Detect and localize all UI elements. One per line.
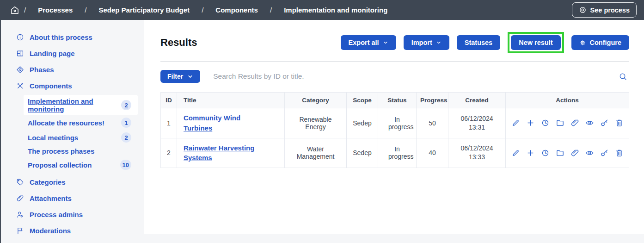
result-title-link[interactable]: Community Wind Turbines	[184, 114, 240, 132]
column-header-scope: Scope	[347, 93, 378, 108]
sidebar-item-components[interactable]: Components	[1, 78, 144, 94]
count-badge: 1	[121, 118, 131, 128]
cell-actions	[506, 138, 629, 168]
permissions-key-icon	[600, 149, 609, 157]
layout-grid-icon	[16, 50, 24, 57]
attachment-icon	[570, 118, 579, 127]
edit-button[interactable]	[511, 118, 520, 127]
see-process-button[interactable]: See process	[572, 2, 637, 18]
breadcrumb: / Processes / Sedep Participatory Budget…	[10, 6, 399, 15]
column-header-category: Category	[285, 93, 347, 108]
sidebar-item-phases[interactable]: Phases	[1, 62, 144, 78]
cell-scope: Sedep	[347, 108, 378, 138]
preview-button[interactable]	[585, 149, 594, 157]
breadcrumb-item-current-component[interactable]: Implementation and monitoring	[272, 6, 399, 14]
table-header-row: ID Title Category Scope Status Progress …	[161, 93, 629, 108]
import-button[interactable]: Import	[404, 35, 449, 50]
components-sub-list: Implementation and monitoring 2 Allocate…	[1, 94, 144, 174]
sidebar-item-process-admins[interactable]: Process admins	[1, 206, 144, 223]
sidebar-item-categories[interactable]: Categories	[1, 174, 144, 190]
filter-button[interactable]: Filter	[160, 70, 200, 83]
breadcrumb-item-process-name[interactable]: Sedep Participatory Budget	[86, 6, 202, 14]
edit-button[interactable]	[511, 149, 520, 157]
permissions-button[interactable]	[600, 118, 609, 127]
count-badge: 10	[120, 160, 131, 170]
main-content: Results Export all Import	[144, 20, 644, 234]
delete-trash-icon	[615, 118, 624, 127]
folder-button[interactable]	[556, 149, 564, 157]
folder-button[interactable]	[556, 118, 564, 127]
cell-scope: Sedep	[347, 138, 378, 168]
page-title: Results	[160, 37, 197, 49]
add-icon	[526, 118, 535, 127]
eye-target-icon	[579, 6, 587, 14]
history-icon	[541, 149, 550, 157]
delete-button[interactable]	[615, 118, 624, 127]
sidebar-subitem-proposal-collection[interactable]: Proposal collection 10	[24, 157, 138, 172]
sidebar: About this process Landing page	[1, 20, 144, 234]
column-header-actions: Actions	[506, 93, 629, 108]
home-icon	[10, 6, 19, 15]
info-icon	[16, 33, 24, 41]
sidebar-subitem-the-process-phases[interactable]: The process phases	[24, 145, 138, 157]
configure-button[interactable]: Configure	[571, 35, 629, 50]
search-input[interactable]	[213, 72, 617, 81]
search-button[interactable]	[617, 72, 629, 81]
chevron-down-icon	[187, 74, 193, 80]
cell-progress: 50	[417, 108, 448, 138]
history-button[interactable]	[541, 118, 550, 127]
cell-category: Renewable Energy	[285, 108, 347, 138]
breadcrumb-item-processes[interactable]: Processes	[26, 6, 85, 14]
tag-icon	[16, 178, 24, 186]
cell-id: 2	[161, 138, 177, 168]
edit-icon	[511, 118, 520, 127]
search-icon	[619, 72, 627, 81]
sidebar-item-attachments[interactable]: Attachments	[1, 190, 144, 206]
column-header-progress: Progress	[417, 93, 448, 108]
flag-icon	[16, 227, 24, 235]
permissions-button[interactable]	[600, 149, 609, 157]
history-button[interactable]	[541, 149, 550, 157]
edit-icon	[511, 149, 520, 157]
chevron-down-icon	[436, 40, 442, 45]
attachment-button[interactable]	[570, 149, 579, 157]
sidebar-subitem-local-meetings[interactable]: Local meetings 2	[24, 130, 138, 145]
filter-row: Filter	[160, 70, 629, 83]
cell-created: 06/12/2024 13:31	[448, 108, 506, 138]
sidebar-item-landing-page[interactable]: Landing page	[1, 45, 144, 62]
count-badge: 2	[121, 100, 131, 110]
folder-icon	[556, 118, 564, 127]
result-title-link[interactable]: Rainwater Harvesting Systems	[184, 144, 254, 162]
preview-button[interactable]	[585, 118, 594, 127]
new-result-button[interactable]: New result	[511, 35, 560, 50]
preview-eye-icon	[585, 118, 594, 127]
app-window: / Processes / Sedep Participatory Budget…	[0, 0, 644, 243]
delete-button[interactable]	[615, 149, 624, 157]
table-row: 2 Rainwater Harvesting Systems Water Man…	[161, 138, 629, 168]
add-icon	[526, 149, 535, 157]
sidebar-item-about-this-process[interactable]: About this process	[1, 29, 144, 45]
count-badge: 2	[121, 132, 131, 143]
column-header-status: Status	[378, 93, 417, 108]
phases-diamond-icon	[16, 66, 24, 74]
sidebar-subitem-allocate-the-resources[interactable]: Allocate the resources! 1	[24, 115, 138, 130]
breadcrumb-item-components[interactable]: Components	[203, 6, 270, 14]
admin-user-icon	[16, 211, 24, 218]
column-header-id: ID	[161, 93, 177, 108]
attachment-icon	[570, 149, 579, 157]
export-all-button[interactable]: Export all	[341, 35, 396, 50]
add-button[interactable]	[526, 118, 535, 127]
breadcrumb-home-link[interactable]	[10, 6, 24, 15]
add-button[interactable]	[526, 149, 535, 157]
topbar: / Processes / Sedep Participatory Budget…	[0, 0, 644, 20]
sidebar-subitem-implementation-and-monitoring[interactable]: Implementation and monitoring 2	[24, 95, 138, 115]
statuses-button[interactable]: Statuses	[457, 35, 500, 50]
column-header-created: Created	[448, 93, 506, 108]
column-header-title: Title	[177, 93, 285, 108]
attachment-button[interactable]	[570, 118, 579, 127]
results-table: ID Title Category Scope Status Progress …	[160, 92, 629, 168]
cell-status: In progress	[378, 108, 417, 138]
toolbar: Export all Import Statuses	[341, 32, 629, 53]
folder-icon	[556, 149, 564, 157]
history-icon	[541, 118, 550, 127]
